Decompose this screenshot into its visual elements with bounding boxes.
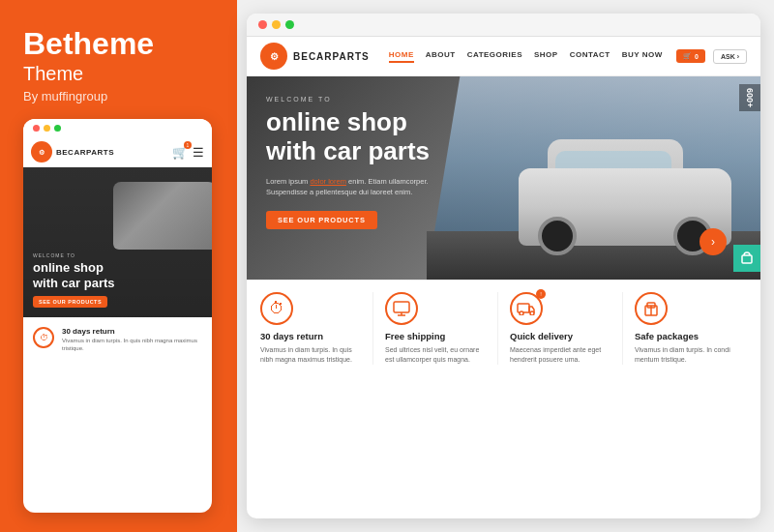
desktop-nav-actions: 🛒 0 ASK › bbox=[676, 49, 747, 64]
shopping-bag-icon bbox=[740, 251, 754, 265]
desktop-cart-button[interactable]: 🛒 0 bbox=[676, 49, 705, 63]
mobile-feature-section: ⏱ 30 days return Vivamus in diam turpis.… bbox=[23, 317, 212, 353]
mobile-top-bar bbox=[23, 119, 212, 137]
feature-shipping: Free shipping Sed ultrices nisl velit, e… bbox=[373, 292, 498, 365]
brand-by: By muffingroup bbox=[23, 89, 214, 103]
feature-return-desc: Vivamus in diam turpis. In quis nibh mag… bbox=[260, 345, 361, 365]
desktop-hero-content: WELCOME TO online shopwith car parts Lor… bbox=[266, 96, 430, 229]
nav-link-about[interactable]: ABOUT bbox=[426, 50, 456, 63]
mobile-return-icon: ⏱ bbox=[33, 327, 54, 348]
side-counter: 600+ bbox=[739, 84, 760, 111]
feature-delivery: ! Quick delivery Maecenas imperdiet ante… bbox=[498, 292, 623, 365]
mobile-feature-title: 30 days return bbox=[62, 327, 202, 336]
mobile-logo-text: BECARPARTS bbox=[56, 148, 114, 157]
mobile-hero-car-decoration bbox=[113, 182, 212, 250]
feature-packages-desc: Vivamus in diam turpis. In condi mentum … bbox=[635, 345, 735, 365]
mobile-cta-button[interactable]: SEE OUR PRODUCTS bbox=[33, 296, 107, 308]
cart-icon: 🛒 bbox=[683, 52, 692, 60]
nav-link-contact[interactable]: CONTACT bbox=[570, 50, 610, 63]
svg-point-9 bbox=[520, 311, 523, 315]
brand-subtitle: Theme bbox=[23, 63, 214, 85]
desktop-nav: ⚙ BECARPARTS HOME ABOUT CATEGORIES SHOP … bbox=[247, 37, 760, 76]
mobile-logo-icon: ⚙ bbox=[31, 141, 52, 163]
desktop-nav-links: HOME ABOUT CATEGORIES SHOP CONTACT BUY N… bbox=[389, 50, 667, 63]
nav-link-buynow[interactable]: BUY NOW bbox=[622, 50, 663, 63]
desktop-hero-title: online shopwith car parts bbox=[266, 108, 430, 166]
svg-rect-5 bbox=[394, 302, 409, 312]
svg-text:⚙: ⚙ bbox=[39, 149, 45, 156]
mobile-hero: WELCOME TO online shopwith car parts SEE… bbox=[23, 167, 212, 317]
feature-packages-title: Safe packages bbox=[635, 331, 735, 341]
desktop-logo: ⚙ BECARPARTS bbox=[260, 43, 370, 70]
mobile-preview: ⚙ BECARPARTS 🛒 1 ☰ WELCOME TO online sho… bbox=[23, 119, 212, 513]
desktop-hero-cta-button[interactable]: SEE OUR PRODUCTS bbox=[266, 211, 377, 229]
desktop-logo-icon: ⚙ bbox=[260, 43, 287, 70]
mobile-dot-yellow bbox=[44, 125, 50, 132]
desktop-logo-text: BECARPARTS bbox=[293, 51, 370, 62]
truck-icon bbox=[517, 302, 536, 315]
desktop-dot-red bbox=[258, 20, 267, 29]
mobile-welcome-label: WELCOME TO bbox=[33, 252, 202, 258]
hero-desc-link[interactable]: dolor lorem bbox=[310, 177, 346, 186]
feature-delivery-icon-wrap: ! bbox=[510, 292, 543, 325]
mobile-feature-text: 30 days return Vivamus in diam turpis. I… bbox=[62, 327, 202, 353]
desktop-hero: WELCOME TO online shopwith car parts Lor… bbox=[247, 76, 760, 280]
left-panel: Betheme Theme By muffingroup ⚙ BECARPART… bbox=[0, 0, 237, 532]
mobile-dot-green bbox=[54, 125, 61, 132]
mobile-hero-title: online shopwith car parts bbox=[33, 260, 202, 290]
feature-delivery-desc: Maecenas imperdiet ante eget hendrerit p… bbox=[510, 345, 610, 365]
mobile-hamburger-icon[interactable]: ☰ bbox=[193, 145, 204, 160]
desktop-top-bar bbox=[247, 14, 760, 37]
svg-rect-8 bbox=[518, 304, 529, 312]
hero-next-button[interactable]: › bbox=[700, 228, 727, 255]
desktop-hero-desc: Lorem ipsum dolor lorem enim. Etiam ulla… bbox=[266, 176, 430, 198]
brand-title: Betheme bbox=[23, 27, 214, 61]
side-teal-button[interactable] bbox=[733, 245, 760, 272]
desktop-features: ⏱ 30 days return Vivamus in diam turpis.… bbox=[247, 280, 760, 376]
mobile-cart-icon[interactable]: 🛒 1 bbox=[172, 145, 188, 160]
nav-link-categories[interactable]: CATEGORIES bbox=[467, 50, 522, 63]
package-icon bbox=[642, 301, 660, 316]
feature-shipping-icon-wrap bbox=[385, 292, 418, 325]
feature-return-title: 30 days return bbox=[260, 331, 361, 341]
mobile-feature-desc: Vivamus in diam turpis. In quis nibh mag… bbox=[62, 338, 202, 353]
feature-shipping-icon bbox=[385, 292, 418, 325]
feature-return-icon: ⏱ bbox=[260, 292, 293, 325]
feature-delivery-title: Quick delivery bbox=[510, 331, 610, 341]
feature-shipping-desc: Sed ultrices nisl velit, eu ornare est u… bbox=[385, 345, 486, 365]
car-wheel-left bbox=[538, 217, 577, 255]
feature-return: ⏱ 30 days return Vivamus in diam turpis.… bbox=[260, 292, 373, 365]
feature-packages-icon-wrap bbox=[635, 292, 668, 325]
feature-delivery-badge: ! bbox=[536, 289, 546, 299]
right-panel: ⚙ BECARPARTS HOME ABOUT CATEGORIES SHOP … bbox=[237, 0, 774, 532]
desktop-ask-button[interactable]: ASK › bbox=[713, 49, 747, 64]
desktop-preview: ⚙ BECARPARTS HOME ABOUT CATEGORIES SHOP … bbox=[247, 14, 760, 518]
feature-return-icon-wrap: ⏱ bbox=[260, 292, 293, 325]
feature-packages-icon bbox=[635, 292, 668, 325]
counter-number: 600+ bbox=[745, 88, 755, 107]
mobile-nav: ⚙ BECARPARTS 🛒 1 ☰ bbox=[23, 137, 212, 167]
mobile-cart-badge: 1 bbox=[184, 141, 192, 149]
cart-count: 0 bbox=[695, 53, 699, 60]
feature-shipping-title: Free shipping bbox=[385, 331, 486, 341]
desktop-hero-side: 600+ bbox=[733, 76, 760, 280]
mobile-nav-icons: 🛒 1 ☰ bbox=[172, 145, 204, 160]
mobile-logo: ⚙ BECARPARTS bbox=[31, 141, 114, 163]
desktop-dot-green bbox=[285, 20, 294, 29]
svg-text:⚙: ⚙ bbox=[270, 51, 279, 62]
feature-packages: Safe packages Vivamus in diam turpis. In… bbox=[623, 292, 747, 365]
nav-link-shop[interactable]: SHOP bbox=[534, 50, 558, 63]
svg-point-10 bbox=[530, 311, 534, 315]
svg-rect-4 bbox=[742, 255, 752, 263]
desktop-hero-car bbox=[519, 139, 731, 246]
desktop-hero-welcome: WELCOME TO bbox=[266, 96, 430, 103]
desktop-dot-yellow bbox=[272, 20, 281, 29]
nav-link-home[interactable]: HOME bbox=[389, 50, 414, 63]
mobile-dot-red bbox=[33, 125, 40, 132]
monitor-icon bbox=[393, 301, 410, 316]
